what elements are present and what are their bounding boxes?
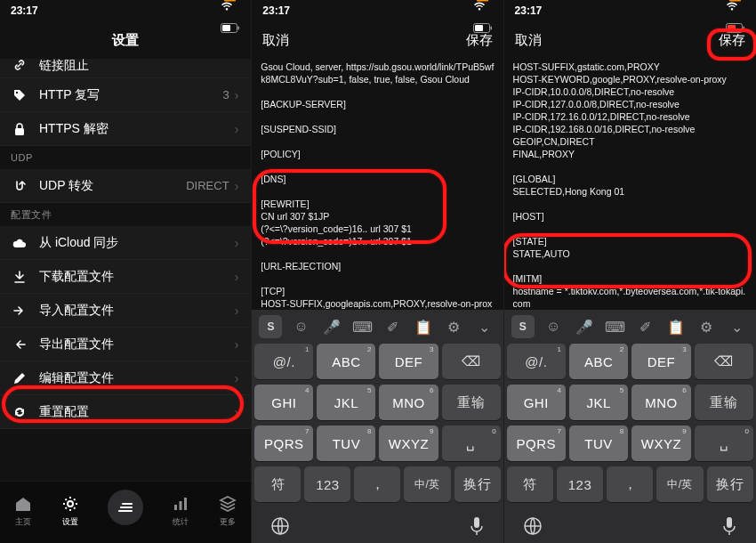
key-space[interactable]: 0␣ xyxy=(442,425,501,461)
mic-icon[interactable] xyxy=(720,515,738,537)
key-retype[interactable]: 重输 xyxy=(442,385,501,420)
key-jkl[interactable]: 5JKL xyxy=(317,385,375,420)
row-import-config[interactable]: 导入配置文件 › xyxy=(0,294,251,328)
screen-settings: 23:17 📶 设置 链接阻止 HTTP 复写 3 xyxy=(0,0,252,543)
key-pqrs[interactable]: 7PQRS xyxy=(507,425,566,461)
kb-tool-settings-icon[interactable]: ⚙ xyxy=(695,315,718,338)
row-udp-forward[interactable]: UDP 转发 DIRECT › xyxy=(0,169,251,203)
kb-tool-emoji-icon[interactable]: ☺ xyxy=(542,315,565,338)
row-link-block[interactable]: 链接阻止 xyxy=(0,59,251,78)
kb-tool-keyboard-icon[interactable]: ⌨ xyxy=(603,315,626,338)
key-space[interactable]: 0␣ xyxy=(695,425,753,461)
tab-settings[interactable]: 设置 xyxy=(60,494,80,528)
key-abc[interactable]: 2ABC xyxy=(569,344,628,379)
kb-tool-logo[interactable]: S xyxy=(511,315,535,338)
gear-icon xyxy=(60,494,80,514)
key-comma[interactable]: ， xyxy=(354,466,400,502)
kb-tool-handwrite-icon[interactable]: ✐ xyxy=(633,315,656,338)
kb-row-2: 4GHI 5JKL 6MNO 重输 xyxy=(507,385,753,420)
chevron-right-icon: › xyxy=(235,405,239,419)
row-label: 编辑配置文件 xyxy=(39,370,235,386)
config-editor[interactable]: HOST-SUFFIX,gstatic.com,PROXY HOST-KEYWO… xyxy=(504,59,756,310)
status-bar: 23:17 📶 xyxy=(0,0,251,21)
config-editor[interactable]: Gsou Cloud, server, https://sub.gsou.wor… xyxy=(252,59,503,310)
globe-icon[interactable] xyxy=(269,515,291,537)
chevron-right-icon: › xyxy=(235,270,239,284)
kb-row-3: 7PQRS 8TUV 9WXYZ 0␣ xyxy=(507,425,753,461)
tab-more[interactable]: 更多 xyxy=(218,494,237,528)
row-https-decrypt[interactable]: HTTPS 解密 › xyxy=(0,112,251,146)
kb-tool-collapse-icon[interactable]: ⌄ xyxy=(472,315,495,338)
key-def[interactable]: 3DEF xyxy=(379,344,438,379)
key-return[interactable]: 换行 xyxy=(454,466,501,502)
kb-tool-logo[interactable]: S xyxy=(259,315,282,338)
key-jkl[interactable]: 5JKL xyxy=(569,385,628,420)
key-comma[interactable]: ， xyxy=(607,466,653,502)
key-lang[interactable]: 中/英 xyxy=(404,466,450,502)
tab-bar: 主页 设置 统计 更多 xyxy=(0,481,251,543)
key-mno[interactable]: 6MNO xyxy=(631,385,690,420)
status-icons: 📶 xyxy=(726,0,745,33)
tab-stats[interactable]: 统计 xyxy=(171,494,190,528)
row-reset-config[interactable]: 重置配置 › xyxy=(0,395,251,429)
key-abc[interactable]: 2ABC xyxy=(317,344,375,379)
key-symbol[interactable]: 符 xyxy=(254,466,301,502)
kb-tool-emoji-icon[interactable]: ☺ xyxy=(290,315,313,338)
row-export-config[interactable]: 导出配置文件 › xyxy=(0,328,251,361)
row-icloud-sync[interactable]: 从 iCloud 同步 › xyxy=(0,226,251,260)
svg-rect-4 xyxy=(15,128,24,135)
tab-label: 设置 xyxy=(62,516,78,528)
row-download-config[interactable]: 下载配置文件 › xyxy=(0,260,251,294)
kb-tool-keyboard-icon[interactable]: ⌨ xyxy=(350,315,374,338)
row-edit-config[interactable]: 编辑配置文件 › xyxy=(0,361,251,395)
cancel-button[interactable]: 取消 xyxy=(262,32,289,49)
tab-home[interactable]: 主页 xyxy=(13,494,33,528)
mic-icon[interactable] xyxy=(468,515,486,537)
key-def[interactable]: 3DEF xyxy=(631,344,690,379)
kb-tool-clipboard-icon[interactable]: 📋 xyxy=(412,315,435,338)
key-punct[interactable]: 1@/. xyxy=(254,344,313,379)
key-ghi[interactable]: 4GHI xyxy=(507,385,566,420)
kb-tool-collapse-icon[interactable]: ⌄ xyxy=(726,315,749,338)
kb-tool-clipboard-icon[interactable]: 📋 xyxy=(664,315,688,338)
keyboard: S ☺ 🎤 ⌨ ✐ 📋 ⚙ ⌄ 1@/. 2ABC 3DEF ⌫ 4GHI 5J… xyxy=(252,310,503,543)
keyboard-rows: 1@/. 2ABC 3DEF ⌫ 4GHI 5JKL 6MNO 重输 7PQRS… xyxy=(252,344,503,502)
key-backspace[interactable]: ⌫ xyxy=(695,344,753,379)
key-backspace[interactable]: ⌫ xyxy=(442,344,501,379)
key-123[interactable]: 123 xyxy=(304,466,350,502)
key-punct[interactable]: 1@/. xyxy=(507,344,566,379)
svg-rect-6 xyxy=(174,505,177,510)
kb-row-4: 符 123 ， 中/英 换行 xyxy=(507,466,753,502)
key-return[interactable]: 换行 xyxy=(707,466,753,502)
key-tuv[interactable]: 8TUV xyxy=(317,425,375,461)
cancel-button[interactable]: 取消 xyxy=(515,32,542,49)
key-tuv[interactable]: 8TUV xyxy=(569,425,628,461)
key-retype[interactable]: 重输 xyxy=(695,385,753,420)
key-wxyz[interactable]: 9WXYZ xyxy=(631,425,690,461)
key-123[interactable]: 123 xyxy=(557,466,603,502)
svg-rect-11 xyxy=(490,26,492,29)
save-button[interactable]: 保存 xyxy=(719,32,745,49)
key-lang[interactable]: 中/英 xyxy=(656,466,703,502)
kb-tool-mic-icon[interactable]: 🎤 xyxy=(573,315,596,338)
key-pqrs[interactable]: 7PQRS xyxy=(254,425,313,461)
status-time: 23:17 xyxy=(262,4,290,17)
key-mno[interactable]: 6MNO xyxy=(379,385,438,420)
chevron-right-icon: › xyxy=(235,337,239,352)
kb-row-4: 符 123 ， 中/英 换行 xyxy=(254,466,500,502)
kb-tool-mic-icon[interactable]: 🎤 xyxy=(320,315,343,338)
key-ghi[interactable]: 4GHI xyxy=(254,385,313,420)
key-symbol[interactable]: 符 xyxy=(507,466,553,502)
kb-tool-settings-icon[interactable]: ⚙ xyxy=(442,315,465,338)
tab-label: 主页 xyxy=(15,516,31,528)
globe-icon[interactable] xyxy=(522,515,543,537)
kb-tool-handwrite-icon[interactable]: ✐ xyxy=(382,315,405,338)
download-icon xyxy=(11,268,28,286)
screen-editor-2: 23:17 📶 取消 保存 HOST-SUFFIX,gstatic.com,PR… xyxy=(504,0,756,543)
key-wxyz[interactable]: 9WXYZ xyxy=(379,425,438,461)
svg-rect-7 xyxy=(180,501,182,510)
nav-bar: 设置 xyxy=(0,21,251,59)
row-http-rewrite[interactable]: HTTP 复写 3 › xyxy=(0,78,251,112)
tab-center[interactable] xyxy=(108,490,143,525)
save-button[interactable]: 保存 xyxy=(466,32,493,49)
